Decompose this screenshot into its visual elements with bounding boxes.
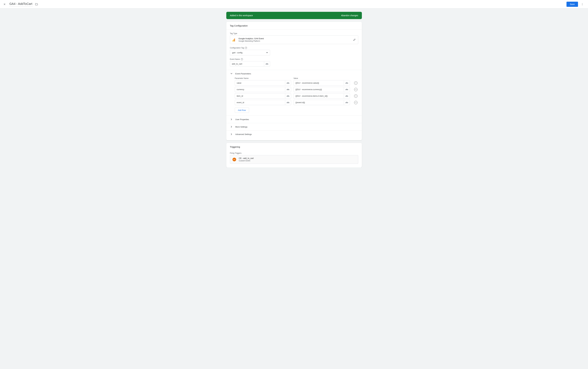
more-settings-label: More Settings xyxy=(235,126,247,128)
parameter-row xyxy=(235,100,358,105)
content-area: Added in this workspace Abandon changes … xyxy=(0,9,588,167)
event-name-input[interactable] xyxy=(230,61,264,66)
chevron-right-icon xyxy=(231,133,232,135)
trigger-name: CE - add_to_cart xyxy=(239,157,356,159)
param-name-input[interactable] xyxy=(235,100,285,105)
param-value-variable-button[interactable] xyxy=(344,80,350,86)
tag-type-subtitle: Google Marketing Platform xyxy=(239,40,353,42)
parameter-row xyxy=(235,87,358,92)
svg-point-1 xyxy=(582,4,583,4)
param-value-input[interactable] xyxy=(294,87,344,92)
param-value-variable-button[interactable] xyxy=(344,100,350,105)
chevron-right-icon xyxy=(231,118,232,120)
config-tag-label: Configuration Tag xyxy=(230,47,244,49)
config-tag-select[interactable]: ga4 - config xyxy=(230,50,270,55)
event-parameters-label: Event Parameters xyxy=(235,72,251,75)
event-name-label: Event Name xyxy=(230,58,240,60)
param-value-input[interactable] xyxy=(294,100,344,105)
triggering-title: Triggering xyxy=(226,143,362,149)
tag-name-input[interactable] xyxy=(9,2,33,7)
more-menu-button[interactable] xyxy=(579,1,585,7)
svg-point-0 xyxy=(582,3,583,4)
param-value-variable-button[interactable] xyxy=(344,87,350,92)
chevron-right-icon xyxy=(231,126,232,128)
triggering-card: Triggering Firing Triggers <> CE - add_t… xyxy=(226,143,362,167)
variable-icon xyxy=(287,82,289,84)
advanced-settings-toggle[interactable]: Advanced Settings xyxy=(226,130,362,138)
variable-icon xyxy=(345,89,348,90)
user-properties-toggle[interactable]: User Properties xyxy=(226,116,362,123)
tag-configuration-card: Tag Configuration Tag Type Google Analyt… xyxy=(226,22,362,140)
pencil-icon xyxy=(353,39,356,41)
param-name-variable-button[interactable] xyxy=(285,93,291,99)
event-name-help-icon[interactable]: ? xyxy=(241,58,243,60)
folder-icon xyxy=(35,3,38,6)
param-value-variable-button[interactable] xyxy=(344,93,350,99)
parameter-row xyxy=(235,80,358,86)
tag-type-label: Tag Type xyxy=(230,32,358,35)
custom-event-icon: <> xyxy=(233,158,236,161)
param-name-input[interactable] xyxy=(235,93,285,99)
param-name-variable-button[interactable] xyxy=(285,100,291,105)
config-tag-value: ga4 - config xyxy=(232,51,243,54)
event-name-variable-button[interactable] xyxy=(264,61,270,66)
variable-icon xyxy=(345,82,348,84)
abandon-changes-button[interactable]: Abandon changes xyxy=(341,14,358,17)
param-name-input[interactable] xyxy=(235,87,285,92)
advanced-settings-label: Advanced Settings xyxy=(235,133,252,135)
parameter-value-header: Value xyxy=(294,77,350,79)
trigger-selector[interactable]: <> CE - add_to_cart Custom Event xyxy=(230,155,358,164)
parameter-row xyxy=(235,93,358,99)
edit-tag-type-button[interactable] xyxy=(353,39,356,41)
param-name-variable-button[interactable] xyxy=(285,87,291,92)
firing-triggers-label: Firing Triggers xyxy=(230,152,358,154)
banner-message: Added in this workspace xyxy=(230,14,253,17)
more-settings-toggle[interactable]: More Settings xyxy=(226,123,362,130)
parameter-name-header: Parameter Name xyxy=(235,77,291,79)
remove-row-button[interactable] xyxy=(354,81,357,85)
config-tag-help-icon[interactable]: ? xyxy=(245,47,247,49)
remove-row-button[interactable] xyxy=(354,101,357,104)
variable-icon xyxy=(287,102,289,103)
variable-icon xyxy=(287,95,289,97)
chevron-down-icon xyxy=(231,73,232,74)
variable-icon xyxy=(345,95,348,97)
tag-type-name: Google Analytics: GA4 Event xyxy=(239,37,353,40)
param-name-variable-button[interactable] xyxy=(285,80,291,86)
event-parameters-body: Parameter Name Value xyxy=(230,77,358,116)
variable-icon xyxy=(287,89,289,90)
tag-config-title: Tag Configuration xyxy=(226,22,362,30)
event-parameters-toggle[interactable]: Event Parameters xyxy=(230,70,358,77)
page-header: Save xyxy=(0,0,588,9)
tag-type-selector[interactable]: Google Analytics: GA4 Event Google Marke… xyxy=(230,35,358,44)
svg-point-2 xyxy=(582,5,583,5)
more-vert-icon xyxy=(581,3,584,6)
variable-icon xyxy=(345,102,348,103)
add-row-button[interactable]: Add Row xyxy=(235,108,249,113)
remove-row-button[interactable] xyxy=(354,88,357,91)
trigger-type: Custom Event xyxy=(239,160,356,162)
user-properties-label: User Properties xyxy=(235,118,249,121)
close-button[interactable] xyxy=(3,2,6,6)
workspace-banner: Added in this workspace Abandon changes xyxy=(226,12,362,19)
remove-row-button[interactable] xyxy=(354,94,357,98)
param-value-input[interactable] xyxy=(294,93,344,99)
dropdown-icon xyxy=(266,52,268,53)
folder-button[interactable] xyxy=(35,3,38,6)
param-name-input[interactable] xyxy=(235,80,285,86)
close-icon xyxy=(3,3,6,6)
google-analytics-icon xyxy=(233,38,236,41)
save-button[interactable]: Save xyxy=(567,2,578,7)
variable-icon xyxy=(266,63,268,64)
param-value-input[interactable] xyxy=(294,80,344,86)
